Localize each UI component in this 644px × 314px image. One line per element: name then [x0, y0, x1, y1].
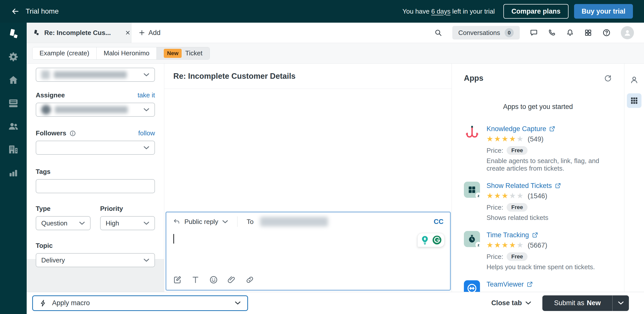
submit-as-new-button[interactable]: Submit asNew: [542, 295, 612, 311]
app-description: Enable agents to search, link, flag, and…: [487, 157, 612, 172]
submit-options-caret[interactable]: [612, 295, 629, 311]
attachment-icon[interactable]: [227, 275, 236, 284]
compose-icon[interactable]: [173, 275, 182, 284]
grammarly-widget: [417, 233, 445, 247]
trial-home-label: Trial home: [26, 7, 59, 15]
assignee-select[interactable]: [36, 103, 155, 117]
context-panel-rail: [624, 64, 644, 292]
app-link[interactable]: Time Tracking: [487, 231, 595, 239]
ticket-tab-icon: [33, 29, 40, 36]
app-link[interactable]: Knowledge Capture: [487, 125, 612, 133]
sidebar-item-admin[interactable]: [0, 45, 27, 68]
tags-input[interactable]: [36, 179, 155, 193]
reply-type-selector[interactable]: Public reply: [184, 218, 218, 226]
topic-select[interactable]: Delivery: [36, 253, 155, 267]
star-icon: ★: [487, 135, 494, 143]
external-link-icon: [549, 126, 555, 132]
app-list-item: z Time Tracking ★★★★★ (5667) Price: Free: [464, 231, 612, 271]
submit-split-button: Submit asNew: [542, 295, 629, 311]
product-switcher-icon[interactable]: [584, 29, 592, 37]
refresh-icon[interactable]: [603, 74, 612, 83]
app-review-count: (549): [528, 135, 544, 143]
composer-text-area[interactable]: [166, 231, 450, 275]
divider: [237, 216, 237, 227]
back-arrow-icon: [11, 7, 20, 16]
app-description: Shows related tickets: [487, 214, 561, 221]
reply-composer[interactable]: Public reply To CC: [166, 212, 451, 290]
apply-macro-combobox[interactable]: Apply macro: [32, 295, 248, 311]
reporting-chart-icon: [8, 167, 19, 178]
ticket-tab-strip: Re: Incomplete Cus... Add Conversations: [27, 23, 644, 43]
ticket-subject: Re: Incomplete Customer Details: [173, 72, 296, 81]
composer-toolbar: [166, 275, 450, 290]
sidebar-item-organizations[interactable]: [0, 138, 27, 161]
compare-plans-button[interactable]: Compare plans: [503, 4, 569, 19]
ticket-subject-header: Re: Incomplete Customer Details: [164, 64, 452, 89]
phone-icon[interactable]: [548, 29, 556, 37]
zendesk-badge: z: [475, 192, 481, 199]
cc-link[interactable]: CC: [434, 218, 444, 226]
apps-panel-icon[interactable]: [627, 93, 641, 108]
buy-trial-button[interactable]: Buy your trial: [574, 4, 633, 19]
followers-select[interactable]: [36, 141, 155, 155]
user-avatar[interactable]: [621, 26, 634, 39]
priority-select[interactable]: High: [100, 216, 155, 230]
trial-topbar: Trial home You have6 daysleft in your tr…: [0, 0, 644, 23]
search-icon[interactable]: [434, 29, 442, 37]
sidebar-item-customers[interactable]: [0, 115, 27, 138]
app-list-item: TeamViewer: [464, 280, 612, 292]
sidebar-item-zendesk-logo[interactable]: [0, 23, 27, 45]
views-inbox-icon: [8, 98, 19, 108]
add-tab-button[interactable]: Add: [131, 29, 160, 37]
user-panel-icon[interactable]: [630, 75, 639, 84]
app-list-item: z Show Related Tickets ★★★★★ (1546) Pric…: [464, 182, 612, 221]
type-select[interactable]: Question: [36, 216, 91, 230]
sidebar-item-views[interactable]: [0, 92, 27, 115]
messaging-icon[interactable]: [530, 29, 538, 37]
emoji-icon[interactable]: [209, 275, 218, 284]
notifications-bell-icon[interactable]: [566, 29, 574, 37]
app-rating: ★★★★★ (1546): [487, 191, 561, 201]
active-ticket-tab[interactable]: Re: Incomplete Cus...: [27, 23, 131, 43]
price-badge: Free: [507, 203, 527, 212]
gear-icon: [8, 52, 19, 62]
trial-countdown-text: You have6 daysleft in your trial: [403, 8, 495, 15]
ticket-footer-bar: Apply macro Close tab Submit asNew: [27, 292, 644, 314]
redacted-assignee-name: [55, 106, 128, 113]
knowledge-capture-icon: [464, 125, 480, 141]
close-tab-icon[interactable]: [125, 30, 131, 36]
take-it-link[interactable]: take it: [138, 91, 155, 99]
info-icon[interactable]: [69, 130, 76, 137]
link-icon[interactable]: [245, 275, 254, 284]
sidebar-item-reporting[interactable]: [0, 161, 27, 184]
external-link-icon: [532, 232, 538, 238]
tab-title: Re: Incomplete Cus...: [44, 29, 111, 37]
grammarly-suggestions-icon[interactable]: [420, 235, 430, 245]
close-tab-button[interactable]: Close tab: [491, 299, 532, 307]
composer-header: Public reply To CC: [166, 212, 450, 231]
follow-link[interactable]: follow: [138, 129, 155, 137]
app-review-count: (5667): [528, 242, 547, 249]
requester-select[interactable]: [36, 68, 155, 82]
help-icon[interactable]: [602, 28, 611, 37]
assignee-label: Assignee: [36, 91, 65, 99]
sidebar-item-home[interactable]: [0, 68, 27, 92]
apps-panel: Apps Apps to get you started Knowledge C…: [452, 64, 624, 292]
breadcrumb-requester[interactable]: Maloi Heronimo: [97, 47, 157, 59]
app-price-row: Price: Free: [487, 202, 561, 212]
app-link[interactable]: TeamViewer: [487, 280, 533, 288]
back-to-trial-home-button[interactable]: Trial home: [11, 7, 59, 16]
text-format-icon[interactable]: [191, 275, 200, 284]
redacted-requester-name: [54, 71, 127, 78]
ticket-conversation-column: Re: Incomplete Customer Details Public r…: [164, 64, 452, 292]
grammarly-icon[interactable]: [432, 235, 442, 245]
main-sidebar: [0, 23, 27, 314]
conversations-button[interactable]: Conversations 0: [452, 26, 520, 40]
show-related-tickets-icon: z: [464, 182, 480, 198]
to-label: To: [247, 218, 253, 226]
app-link[interactable]: Show Related Tickets: [487, 182, 561, 190]
status-badge: New: [164, 49, 182, 58]
trial-days-left[interactable]: 6 days: [431, 8, 451, 15]
breadcrumb-workspace[interactable]: Example (create): [32, 47, 97, 59]
zendesk-logo: [7, 28, 19, 40]
